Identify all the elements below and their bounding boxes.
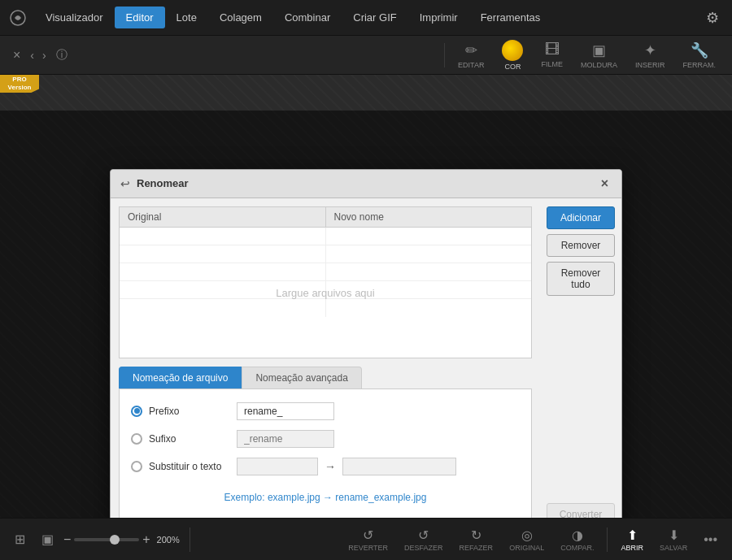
input-substituir-from[interactable] bbox=[237, 458, 318, 475]
dialog-body: Original Novo nome Largue arquivos aqui bbox=[111, 198, 621, 519]
rename-dialog: ↩ Renomear × Original Novo nome Largue a… bbox=[110, 169, 622, 519]
option-sufixo: Sufixo bbox=[131, 430, 520, 448]
adicionar-button[interactable]: Adicionar bbox=[547, 206, 615, 229]
file-table-body[interactable]: Largue arquivos aqui bbox=[120, 228, 531, 358]
abrir-button[interactable]: ⬆ ABRIR bbox=[614, 525, 650, 554]
toolbar-moldura[interactable]: ▣ MOLDURA bbox=[573, 38, 625, 72]
arrow-symbol: → bbox=[325, 460, 336, 473]
salvar-button[interactable]: ⬇ SALVAR bbox=[653, 525, 694, 554]
cor-circle-icon bbox=[502, 40, 523, 61]
forward-icon[interactable]: › bbox=[39, 46, 50, 65]
original-icon: ◎ bbox=[521, 527, 533, 543]
frame-button[interactable]: ▣ bbox=[35, 529, 60, 549]
desfazer-button[interactable]: ↺ DESFAZER bbox=[398, 525, 450, 554]
pro-version-badge: PROVersion bbox=[0, 75, 39, 93]
input-substituir-to[interactable] bbox=[342, 458, 456, 475]
original-label: ORIGINAL bbox=[509, 544, 544, 552]
inserir-label: INSERIR bbox=[635, 61, 665, 69]
second-toolbar: × ‹ › ⓘ ✏ EDITAR COR 🎞 FILME ▣ MOLDURA ✦… bbox=[0, 36, 732, 75]
toolbar-divider-1 bbox=[444, 43, 445, 67]
toolbar-filme[interactable]: 🎞 FILME bbox=[533, 38, 571, 72]
menu-ferramentas[interactable]: Ferramentas bbox=[469, 7, 552, 28]
example-text: Exemplo: example.jpg → rename_example.jp… bbox=[131, 492, 520, 503]
zoom-plus-button[interactable]: + bbox=[142, 532, 150, 547]
ferram-label: FERRAM. bbox=[683, 61, 717, 69]
remover-button[interactable]: Remover bbox=[547, 234, 615, 257]
zoom-area: − + 200% bbox=[63, 532, 183, 547]
edit-label: EDITAR bbox=[458, 61, 484, 69]
toolbar-ferramentas[interactable]: 🔧 FERRAM. bbox=[675, 38, 725, 72]
dialog-overlay: ↩ Renomear × Original Novo nome Largue a… bbox=[0, 111, 732, 518]
table-row bbox=[120, 228, 531, 245]
moldura-label: MOLDURA bbox=[581, 61, 617, 69]
edit-icon: ✏ bbox=[465, 41, 477, 59]
close-icon[interactable]: × bbox=[8, 45, 25, 66]
input-sufixo[interactable] bbox=[237, 430, 334, 448]
comparar-button[interactable]: ◑ COMPAR. bbox=[554, 525, 600, 554]
dialog-title-icon: ↩ bbox=[120, 177, 130, 190]
dialog-close-button[interactable]: × bbox=[598, 176, 612, 191]
salvar-label: SALVAR bbox=[660, 544, 687, 552]
more-options-button[interactable]: ••• bbox=[697, 530, 724, 549]
reverter-icon: ↺ bbox=[363, 527, 373, 543]
settings-button[interactable]: ⚙ bbox=[699, 5, 725, 31]
zoom-slider[interactable] bbox=[74, 538, 139, 541]
comparar-icon: ◑ bbox=[572, 527, 583, 543]
option-prefixo: Prefixo bbox=[131, 402, 520, 420]
grid-view-button[interactable]: ⊞ bbox=[8, 529, 32, 549]
toolbar-inserir[interactable]: ✦ INSERIR bbox=[627, 38, 673, 72]
menu-editor[interactable]: Editor bbox=[115, 7, 165, 28]
refazer-button[interactable]: ↻ REFAZER bbox=[453, 525, 500, 554]
dialog-title-text: Renomear bbox=[137, 177, 591, 189]
tab-nomeacao-arquivo[interactable]: Nomeação de arquivo bbox=[119, 367, 242, 389]
option-substituir: Substituir o texto → bbox=[131, 458, 520, 475]
back-icon[interactable]: ‹ bbox=[27, 46, 37, 65]
toolbar-edit[interactable]: ✏ EDITAR bbox=[450, 38, 492, 72]
col-original: Original bbox=[120, 207, 326, 227]
radio-substituir[interactable] bbox=[131, 461, 142, 472]
bottom-divider-2 bbox=[607, 527, 608, 552]
inserir-icon: ✦ bbox=[644, 41, 656, 59]
app-logo-icon bbox=[7, 7, 29, 29]
menu-lote[interactable]: Lote bbox=[165, 7, 208, 28]
menu-criar-gif[interactable]: Criar GIF bbox=[342, 7, 407, 28]
grid-icon: ⊞ bbox=[15, 532, 25, 547]
toolbar-cor[interactable]: COR bbox=[494, 37, 531, 74]
bottom-toolbar: ⊞ ▣ − + 200% ↺ REVERTER ↺ DESFAZER ↻ REF… bbox=[0, 518, 732, 560]
menu-colagem[interactable]: Colagem bbox=[208, 7, 273, 28]
tab-content-nomeacao: Prefixo Sufixo Substituir o texto bbox=[119, 389, 532, 519]
converter-button[interactable]: Converter bbox=[547, 503, 615, 519]
label-prefixo: Prefixo bbox=[149, 406, 230, 417]
radio-sufixo[interactable] bbox=[131, 433, 142, 445]
zoom-minus-button[interactable]: − bbox=[63, 532, 71, 547]
filme-label: FILME bbox=[541, 60, 563, 68]
reverter-button[interactable]: ↺ REVERTER bbox=[342, 525, 394, 554]
table-row bbox=[120, 245, 531, 263]
file-table-header: Original Novo nome bbox=[120, 207, 531, 228]
refazer-label: REFAZER bbox=[460, 544, 494, 552]
refazer-icon: ↻ bbox=[471, 527, 481, 543]
tab-nomeacao-avancada[interactable]: Nomeação avançada bbox=[242, 367, 361, 389]
reverter-label: REVERTER bbox=[348, 544, 388, 552]
abrir-label: ABRIR bbox=[621, 544, 643, 552]
button-area: Adicionar Remover Remover tudo Converter bbox=[540, 198, 621, 519]
info-icon[interactable]: ⓘ bbox=[51, 45, 72, 66]
menu-imprimir[interactable]: Imprimir bbox=[408, 7, 469, 28]
table-row bbox=[120, 263, 531, 281]
input-prefixo[interactable] bbox=[237, 402, 334, 420]
ferram-icon: 🔧 bbox=[691, 41, 708, 59]
file-area: Original Novo nome Largue arquivos aqui bbox=[111, 198, 540, 519]
dialog-title-bar: ↩ Renomear × bbox=[111, 170, 621, 198]
zoom-value: 200% bbox=[154, 535, 183, 545]
radio-prefixo[interactable] bbox=[131, 406, 142, 417]
frame-icon: ▣ bbox=[41, 532, 54, 547]
remover-tudo-button[interactable]: Remover tudo bbox=[547, 262, 615, 296]
menu-visualizador[interactable]: Visualizador bbox=[34, 7, 115, 28]
original-button[interactable]: ◎ ORIGINAL bbox=[503, 525, 551, 554]
menu-combinar[interactable]: Combinar bbox=[273, 7, 342, 28]
cor-label: COR bbox=[504, 63, 521, 71]
top-menu-bar: Visualizador Editor Lote Colagem Combina… bbox=[0, 0, 732, 36]
desfazer-label: DESFAZER bbox=[404, 544, 443, 552]
filme-icon: 🎞 bbox=[545, 41, 560, 59]
col-novo-nome: Novo nome bbox=[326, 207, 532, 227]
